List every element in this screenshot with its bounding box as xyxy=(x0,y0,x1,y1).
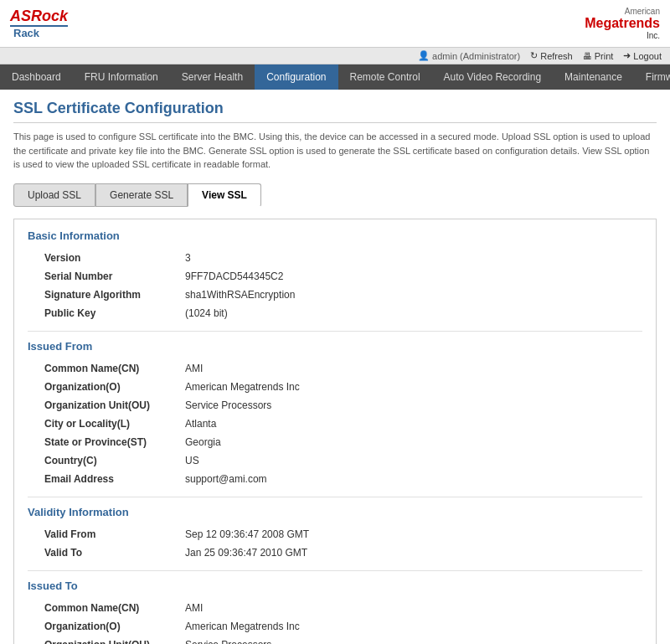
field-label: Valid To xyxy=(28,544,178,562)
table-row: Valid To Jan 25 09:36:47 2010 GMT xyxy=(28,544,642,562)
field-label: Public Key xyxy=(28,304,178,322)
table-row: Common Name(CN) AMI xyxy=(28,599,642,617)
field-label: Country(C) xyxy=(28,451,178,470)
table-row: Organization Unit(OU) Service Processors xyxy=(28,396,642,415)
top-bar: 👤 admin (Administrator) ↻ Refresh 🖶 Prin… xyxy=(0,48,670,64)
field-value: AMI xyxy=(178,359,642,378)
basic-info-table: Version 3 Serial Number 9FF7DACD544345C2… xyxy=(28,249,642,322)
table-row: Organization(O) American Megatrends Inc xyxy=(28,378,642,396)
validity-info-title: Validity Information xyxy=(28,506,642,518)
divider xyxy=(28,570,642,571)
asrock-logo: ASRock Rack xyxy=(10,8,68,39)
field-value: American Megatrends Inc xyxy=(178,617,642,636)
table-row: Version 3 xyxy=(28,249,642,267)
field-label: Organization(O) xyxy=(28,378,178,396)
field-value: support@ami.com xyxy=(178,470,642,488)
issued-from-table: Common Name(CN) AMI Organization(O) Amer… xyxy=(28,359,642,488)
field-value: sha1WithRSAEncryption xyxy=(178,286,642,304)
asrock-brand: ASRock xyxy=(10,8,68,25)
header: ASRock Rack American Megatrends Inc. xyxy=(0,0,670,48)
field-label: Common Name(CN) xyxy=(28,599,178,617)
rack-brand: Rack xyxy=(10,25,68,39)
main-nav: Dashboard FRU Information Server Health … xyxy=(0,64,670,90)
field-label: Email Address xyxy=(28,470,178,488)
ami-logo: American Megatrends Inc. xyxy=(585,7,660,40)
ssl-info-panel: Basic Information Version 3 Serial Numbe… xyxy=(13,219,657,645)
field-value: AMI xyxy=(178,599,642,617)
field-label: Organization Unit(OU) xyxy=(28,396,178,415)
page-content: SSL Certificate Configuration This page … xyxy=(0,90,670,644)
nav-firmware[interactable]: Firmware Update xyxy=(634,64,670,90)
ami-sub: Inc. xyxy=(647,31,660,40)
field-value: US xyxy=(178,451,642,470)
refresh-button[interactable]: ↻ Refresh xyxy=(530,50,573,61)
field-value: Atlanta xyxy=(178,415,642,433)
table-row: Serial Number 9FF7DACD544345C2 xyxy=(28,267,642,286)
ami-main: Megatrends xyxy=(585,16,660,31)
table-row: Email Address support@ami.com xyxy=(28,470,642,488)
tab-view-ssl[interactable]: View SSL xyxy=(188,183,261,207)
field-value: 9FF7DACD544345C2 xyxy=(178,267,642,286)
field-label: Valid From xyxy=(28,525,178,544)
field-value: Georgia xyxy=(178,433,642,451)
basic-info-title: Basic Information xyxy=(28,229,642,242)
field-label: State or Province(ST) xyxy=(28,433,178,451)
table-row: Signature Algorithm sha1WithRSAEncryptio… xyxy=(28,286,642,304)
field-label: Organization(O) xyxy=(28,617,178,636)
table-row: State or Province(ST) Georgia xyxy=(28,433,642,451)
field-label: Serial Number xyxy=(28,267,178,286)
table-row: Common Name(CN) AMI xyxy=(28,359,642,378)
nav-configuration[interactable]: Configuration xyxy=(255,64,338,90)
nav-auto-video[interactable]: Auto Video Recording xyxy=(432,64,554,90)
nav-dashboard[interactable]: Dashboard xyxy=(0,64,73,90)
field-label: Version xyxy=(28,249,178,267)
admin-info: 👤 admin (Administrator) xyxy=(418,50,520,61)
tab-upload-ssl[interactable]: Upload SSL xyxy=(13,183,95,207)
ami-top: American xyxy=(625,7,660,16)
table-row: Valid From Sep 12 09:36:47 2008 GMT xyxy=(28,525,642,544)
print-button[interactable]: 🖶 Print xyxy=(583,51,614,61)
field-value: (1024 bit) xyxy=(178,304,642,322)
validity-info-table: Valid From Sep 12 09:36:47 2008 GMT Vali… xyxy=(28,525,642,562)
nav-remote-control[interactable]: Remote Control xyxy=(338,64,432,90)
field-value: Sep 12 09:36:47 2008 GMT xyxy=(178,525,642,544)
table-row: Organization(O) American Megatrends Inc xyxy=(28,617,642,636)
divider xyxy=(28,497,642,497)
field-value: 3 xyxy=(178,249,642,267)
nav-fru[interactable]: FRU Information xyxy=(73,64,170,90)
field-label: Signature Algorithm xyxy=(28,286,178,304)
issued-to-table: Common Name(CN) AMI Organization(O) Amer… xyxy=(28,599,642,645)
field-value: Service Processors xyxy=(178,396,642,415)
nav-maintenance[interactable]: Maintenance xyxy=(553,64,634,90)
page-description: This page is used to configure SSL certi… xyxy=(13,130,657,172)
field-label: Common Name(CN) xyxy=(28,359,178,378)
table-row: City or Locality(L) Atlanta xyxy=(28,415,642,433)
page-title: SSL Certificate Configuration xyxy=(13,100,657,123)
field-value: Service Processors xyxy=(178,636,642,645)
divider xyxy=(28,331,642,332)
nav-server-health[interactable]: Server Health xyxy=(170,64,255,90)
issued-from-title: Issued From xyxy=(28,340,642,353)
field-label: Organization Unit(OU) xyxy=(28,636,178,645)
field-value: American Megatrends Inc xyxy=(178,378,642,396)
table-row: Organization Unit(OU) Service Processors xyxy=(28,636,642,645)
table-row: Country(C) US xyxy=(28,451,642,470)
logout-button[interactable]: ➜ Logout xyxy=(623,50,662,61)
issued-to-title: Issued To xyxy=(28,580,642,592)
table-row: Public Key (1024 bit) xyxy=(28,304,642,322)
tab-generate-ssl[interactable]: Generate SSL xyxy=(95,183,188,207)
field-value: Jan 25 09:36:47 2010 GMT xyxy=(178,544,642,562)
ssl-tabs: Upload SSL Generate SSL View SSL xyxy=(13,183,657,207)
field-label: City or Locality(L) xyxy=(28,415,178,433)
